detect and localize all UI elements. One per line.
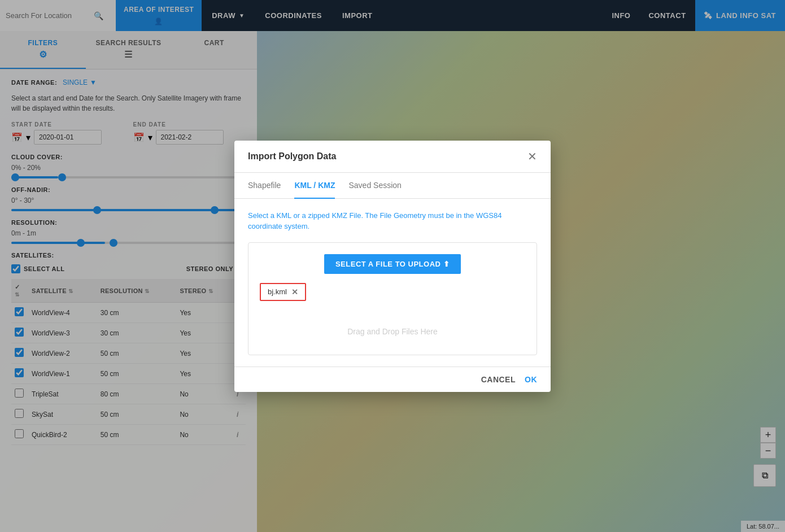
dialog-description: Select a KML or a zipped KMZ File. The F… — [248, 210, 537, 232]
import-dialog: Import Polygon Data ✕ Shapefile KML / KM… — [234, 141, 551, 392]
file-name: bj.kml — [268, 287, 287, 296]
select-file-button[interactable]: SELECT A FILE TO UPLOAD ⬆ — [324, 254, 461, 274]
dialog-title: Import Polygon Data — [248, 151, 336, 162]
tab-kml-kmz[interactable]: KML / KMZ — [294, 173, 335, 199]
tab-shapefile[interactable]: Shapefile — [248, 173, 281, 199]
dialog-body: Select a KML or a zipped KMZ File. The F… — [234, 199, 551, 367]
drag-drop-text: Drag and Drop Files Here — [260, 327, 525, 336]
file-chip-close-button[interactable]: ✕ — [291, 287, 298, 296]
dialog-header: Import Polygon Data ✕ — [234, 141, 551, 173]
tab-saved-session[interactable]: Saved Session — [348, 173, 401, 199]
dialog-footer: CANCEL OK — [234, 367, 551, 392]
dialog-overlay: Import Polygon Data ✕ Shapefile KML / KM… — [0, 0, 785, 532]
upload-area[interactable]: SELECT A FILE TO UPLOAD ⬆ bj.kml ✕ Drag … — [248, 242, 537, 355]
file-chip: bj.kml ✕ — [260, 283, 306, 301]
ok-button[interactable]: OK — [525, 375, 537, 384]
dialog-close-button[interactable]: ✕ — [527, 151, 537, 162]
dialog-tabs: Shapefile KML / KMZ Saved Session — [234, 173, 551, 199]
cancel-button[interactable]: CANCEL — [481, 375, 516, 384]
